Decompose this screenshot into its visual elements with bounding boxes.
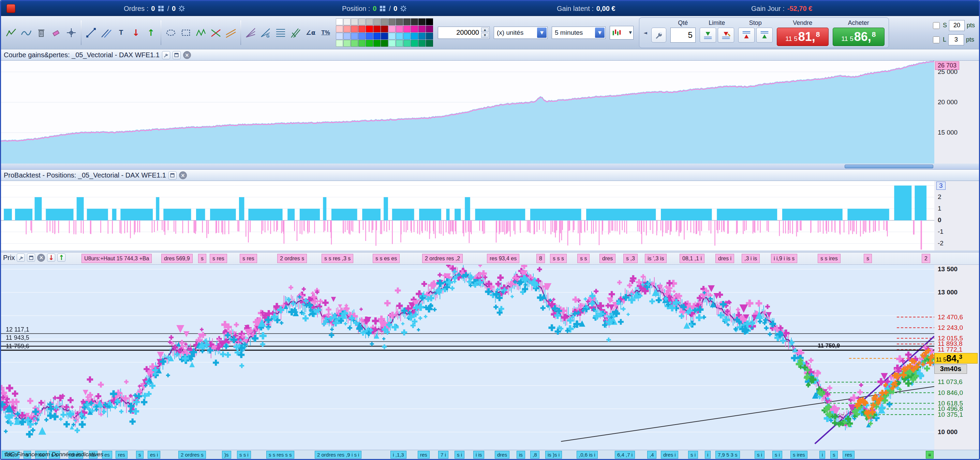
palette-swatch[interactable] — [381, 25, 388, 32]
palette-swatch[interactable] — [358, 33, 366, 40]
palette-swatch[interactable] — [403, 40, 410, 47]
sell-limit-button[interactable] — [718, 28, 734, 43]
wave-tool-icon[interactable] — [19, 25, 34, 40]
palette-swatch[interactable] — [396, 25, 403, 32]
cross-trend-tool-icon[interactable] — [208, 25, 223, 40]
order-settings-button[interactable] — [651, 28, 666, 43]
palette-swatch[interactable] — [344, 33, 350, 40]
order-qty-input[interactable] — [670, 28, 695, 43]
buy-limit-button[interactable] — [700, 28, 716, 43]
equity-window-icon[interactable] — [173, 51, 181, 59]
palette-swatch[interactable] — [381, 40, 388, 47]
units-dropdown-icon[interactable]: ▼ — [537, 28, 547, 38]
buy-stop-button[interactable] — [738, 28, 755, 43]
ellipse-tool-icon[interactable] — [163, 25, 178, 40]
percent-retracement-tool-icon[interactable]: T% — [318, 25, 333, 40]
positions-window-icon[interactable] — [169, 171, 177, 179]
palette-swatch[interactable] — [344, 25, 350, 32]
palette-swatch[interactable] — [351, 33, 358, 40]
sell-order-arrow-icon[interactable]: ↓ — [47, 254, 55, 262]
palette-swatch[interactable] — [388, 40, 396, 47]
palette-swatch[interactable] — [336, 40, 343, 47]
palette-swatch[interactable] — [426, 18, 433, 25]
palette-swatch[interactable] — [351, 18, 358, 25]
palette-swatch[interactable] — [418, 18, 426, 25]
palette-swatch[interactable] — [411, 33, 418, 40]
palette-swatch[interactable] — [426, 40, 433, 47]
palette-swatch[interactable] — [366, 18, 373, 25]
palette-swatch[interactable] — [381, 18, 388, 25]
trend-channel-tool-icon[interactable] — [223, 25, 239, 40]
position-list-icon[interactable] — [379, 5, 386, 12]
price-window-icon[interactable] — [27, 254, 35, 262]
palette-swatch[interactable] — [336, 18, 343, 25]
palette-swatch[interactable] — [426, 25, 433, 32]
stop-points-input[interactable] — [949, 20, 965, 31]
palette-swatch[interactable] — [403, 25, 410, 32]
equity-settings-wrench-icon[interactable] — [162, 51, 170, 59]
palette-swatch[interactable] — [381, 33, 388, 40]
chart-type-dropdown-icon[interactable]: ▼ — [629, 30, 632, 35]
palette-swatch[interactable] — [366, 33, 373, 40]
gann-tool-icon[interactable]: G — [258, 25, 273, 40]
palette-swatch[interactable] — [351, 25, 358, 32]
sell-stop-button[interactable] — [756, 28, 773, 43]
limit-checkbox[interactable] — [933, 36, 940, 43]
app-logo[interactable] — [6, 1, 15, 16]
timeframe-select[interactable]: 5 minutes ▼ — [552, 27, 606, 39]
palette-swatch[interactable] — [418, 25, 426, 32]
text-tool-icon[interactable]: T — [113, 25, 129, 40]
spinner-up-icon[interactable]: ▲ — [481, 28, 488, 32]
palette-swatch[interactable] — [426, 33, 433, 40]
fibonacci-retracement-tool-icon[interactable] — [273, 25, 288, 40]
orders-settings-gear-icon[interactable] — [178, 5, 185, 12]
palette-swatch[interactable] — [336, 33, 343, 40]
price-settings-wrench-icon[interactable] — [17, 254, 25, 262]
stop-checkbox[interactable] — [933, 22, 940, 29]
palette-swatch[interactable] — [388, 33, 396, 40]
palette-swatch[interactable] — [403, 33, 410, 40]
chart-type-button[interactable]: ▼ — [610, 26, 633, 40]
palette-swatch[interactable] — [336, 25, 343, 32]
palette-swatch[interactable] — [411, 18, 418, 25]
timeframe-dropdown-icon[interactable]: ▼ — [595, 28, 605, 38]
palette-swatch[interactable] — [373, 25, 380, 32]
orders-list-icon[interactable] — [158, 5, 164, 12]
zigzag-pattern-tool-icon[interactable] — [193, 25, 208, 40]
equity-close-icon[interactable]: × — [183, 51, 191, 59]
palette-swatch[interactable] — [396, 33, 403, 40]
indicator-settings-icon[interactable] — [4, 25, 19, 40]
sell-marker-tool-icon[interactable]: ↓ — [129, 25, 143, 40]
fibonacci-fan-tool-icon[interactable] — [243, 25, 258, 40]
palette-swatch[interactable] — [358, 25, 366, 32]
palette-swatch[interactable] — [411, 40, 418, 47]
palette-swatch[interactable] — [358, 18, 366, 25]
palette-swatch[interactable] — [403, 18, 410, 25]
buy-order-arrow-icon[interactable]: ↑ — [57, 254, 65, 262]
buy-button[interactable]: 11 5 86, 8 — [833, 28, 885, 46]
palette-swatch[interactable] — [344, 40, 350, 47]
buy-marker-tool-icon[interactable]: ↑ — [143, 25, 159, 40]
parallel-lines-tool-icon[interactable] — [99, 25, 113, 40]
spinner-down-icon[interactable]: ▼ — [481, 33, 488, 38]
collapse-panel-icon[interactable]: ◄ — [643, 30, 647, 35]
trash-icon[interactable] — [34, 25, 49, 40]
palette-swatch[interactable] — [366, 25, 373, 32]
equity-chart[interactable] — [1, 61, 934, 163]
pitchfork-tool-icon[interactable] — [288, 25, 303, 40]
palette-swatch[interactable] — [418, 33, 426, 40]
panel-splitter[interactable] — [1, 163, 979, 170]
palette-swatch[interactable] — [344, 18, 350, 25]
palette-swatch[interactable] — [351, 40, 358, 47]
crosshair-icon[interactable] — [64, 25, 79, 40]
limit-points-input[interactable] — [948, 35, 964, 45]
zoom-box-tool-icon[interactable] — [178, 25, 193, 40]
eraser-icon[interactable] — [49, 25, 64, 40]
palette-swatch[interactable] — [373, 33, 380, 40]
units-select[interactable]: (x) unités ▼ — [494, 27, 547, 39]
palette-swatch[interactable] — [373, 40, 380, 47]
palette-swatch[interactable] — [418, 40, 426, 47]
horizontal-scrollbar-thumb[interactable] — [845, 165, 933, 168]
price-chart[interactable]: 12 117,111 943,511 759,6 — [1, 265, 934, 450]
palette-swatch[interactable] — [358, 40, 366, 47]
